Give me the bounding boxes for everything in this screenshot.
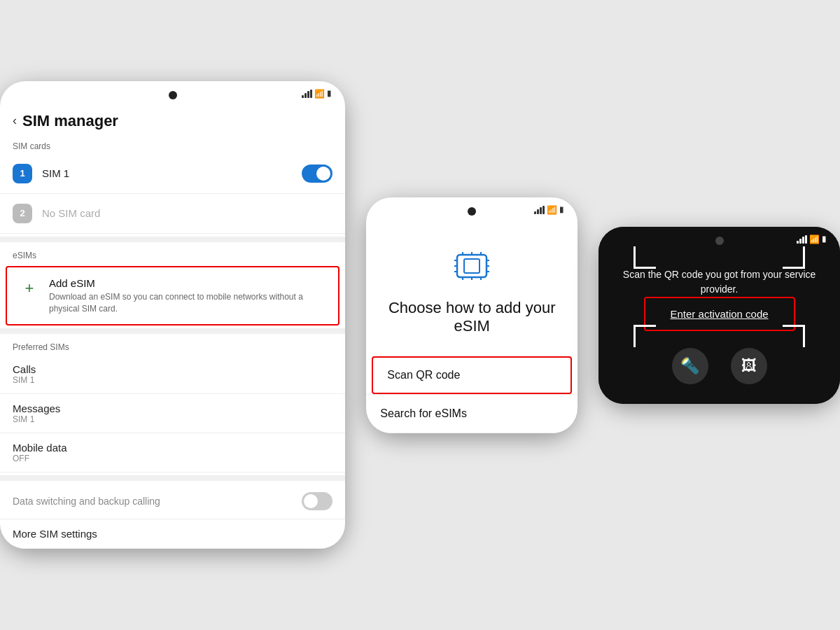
enter-activation-code-button[interactable]: Enter activation code bbox=[644, 297, 795, 331]
phone2-screen: 📶 ▮ bbox=[366, 197, 578, 433]
status-icons-2: 📶 ▮ bbox=[534, 205, 566, 215]
sim-cards-label: SIM cards bbox=[0, 136, 345, 154]
messages-item[interactable]: Messages SIM 1 bbox=[0, 394, 345, 433]
sim2-badge: 2 bbox=[13, 204, 32, 223]
more-settings-item[interactable]: More SIM settings bbox=[0, 519, 345, 549]
qr-scanner-screen: 📶 ▮ Scan the QR code you got from your s… bbox=[598, 227, 840, 404]
search-esims-option[interactable]: Search for eSIMs bbox=[366, 395, 578, 433]
status-icons-1: 📶 ▮ bbox=[302, 89, 334, 99]
data-switching-toggle[interactable] bbox=[302, 492, 332, 510]
flashlight-button[interactable]: 🔦 bbox=[672, 348, 708, 384]
add-esim-title: Add eSIM bbox=[49, 277, 326, 289]
preferred-sims-label: Preferred SIMs bbox=[0, 337, 345, 355]
phone3-screen: 📶 ▮ Scan the QR code you got from your s… bbox=[598, 227, 840, 404]
sim2-name: No SIM card bbox=[42, 207, 332, 219]
messages-sub: SIM 1 bbox=[13, 414, 332, 424]
sim1-name: SIM 1 bbox=[42, 167, 292, 179]
camera-dot bbox=[169, 91, 177, 99]
bottom-icon-row: 🔦 🖼 bbox=[672, 348, 767, 384]
gallery-button[interactable]: 🖼 bbox=[731, 348, 767, 384]
corner-tl bbox=[634, 325, 656, 347]
divider2 bbox=[0, 328, 345, 334]
corner-br bbox=[783, 246, 805, 269]
signal-icon-2 bbox=[534, 206, 545, 214]
mobile-data-item[interactable]: Mobile data OFF bbox=[0, 433, 345, 472]
sim1-toggle[interactable] bbox=[302, 164, 332, 183]
sim-header: ‹ SIM manager bbox=[0, 101, 345, 136]
mobile-data-sub: OFF bbox=[13, 454, 332, 463]
choose-esim-title: Choose how to add your eSIM bbox=[366, 299, 578, 356]
phone3: 📶 ▮ Scan the QR code you got from your s… bbox=[598, 227, 840, 404]
data-switching-label: Data switching and backup calling bbox=[13, 496, 160, 507]
phone1-screen: 📶 ▮ ‹ SIM manager SIM cards 1 SIM 1 2 No… bbox=[0, 81, 345, 550]
gallery-icon: 🖼 bbox=[741, 357, 757, 375]
add-esim-desc: Download an eSIM so you can connect to m… bbox=[49, 291, 326, 315]
corner-tr bbox=[783, 325, 805, 347]
wifi-icon: 📶 bbox=[314, 89, 325, 99]
calls-label: Calls bbox=[13, 363, 332, 375]
wifi-icon-2: 📶 bbox=[547, 205, 557, 215]
mobile-data-label: Mobile data bbox=[13, 442, 332, 454]
calls-item[interactable]: Calls SIM 1 bbox=[0, 355, 345, 394]
scan-qr-label: Scan QR code bbox=[387, 369, 460, 381]
battery-icon-2: ▮ bbox=[559, 205, 564, 214]
status-icons-3: 📶 ▮ bbox=[797, 234, 829, 244]
messages-label: Messages bbox=[13, 402, 332, 414]
add-esim-text: Add eSIM Download an eSIM so you can con… bbox=[49, 277, 326, 315]
sim-manager-screen: ‹ SIM manager SIM cards 1 SIM 1 2 No SIM… bbox=[0, 101, 345, 550]
wifi-icon-3: 📶 bbox=[809, 234, 820, 244]
add-esim-item[interactable]: + Add eSIM Download an eSIM so you can c… bbox=[6, 266, 340, 326]
choose-esim-screen: Choose how to add your eSIM Scan QR code… bbox=[366, 217, 578, 433]
phone1: 📶 ▮ ‹ SIM manager SIM cards 1 SIM 1 2 No… bbox=[0, 81, 345, 550]
phone2: 📶 ▮ bbox=[366, 197, 578, 433]
more-settings-label: More SIM settings bbox=[13, 528, 332, 540]
data-switching-item[interactable]: Data switching and backup calling bbox=[0, 484, 345, 519]
flashlight-icon: 🔦 bbox=[680, 357, 699, 375]
signal-icon bbox=[302, 90, 312, 98]
esims-label: eSIMs bbox=[0, 245, 345, 263]
sim1-badge: 1 bbox=[13, 164, 32, 183]
svg-rect-0 bbox=[457, 255, 486, 277]
sim1-item[interactable]: 1 SIM 1 bbox=[0, 154, 345, 194]
divider1 bbox=[0, 237, 345, 242]
search-esims-label: Search for eSIMs bbox=[380, 407, 467, 419]
back-button[interactable]: ‹ bbox=[13, 113, 17, 128]
camera-dot-2 bbox=[468, 207, 476, 216]
scan-qr-option[interactable]: Scan QR code bbox=[372, 356, 572, 394]
esim-chip-icon bbox=[454, 252, 489, 286]
camera-dot-3 bbox=[715, 237, 724, 245]
plus-icon: + bbox=[20, 279, 39, 298]
calls-sub: SIM 1 bbox=[13, 375, 332, 385]
page-title: SIM manager bbox=[22, 112, 118, 130]
svg-rect-1 bbox=[464, 259, 479, 273]
sim2-item: 2 No SIM card bbox=[0, 194, 345, 234]
battery-icon: ▮ bbox=[327, 89, 331, 98]
divider3 bbox=[0, 475, 345, 481]
signal-icon-3 bbox=[797, 235, 807, 244]
battery-icon-3: ▮ bbox=[822, 234, 826, 244]
corner-bl bbox=[634, 246, 656, 269]
